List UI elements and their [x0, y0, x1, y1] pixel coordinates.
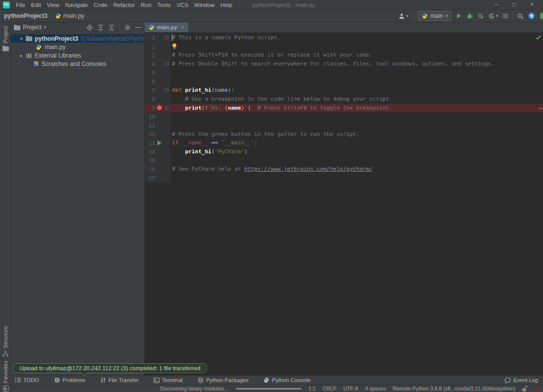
code-text[interactable]	[170, 156, 172, 165]
code-with-me-button[interactable]: ▾	[398, 13, 408, 19]
update-available-icon[interactable]	[528, 12, 535, 19]
gutter[interactable]: 2	[145, 42, 170, 51]
gutter[interactable]: 13	[145, 138, 170, 147]
code-line-1[interactable]: 1# This is a sample Python script.	[145, 33, 543, 42]
code-line-16[interactable]: 16# See PyCharm help at https://www.jetb…	[145, 165, 543, 174]
menu-run[interactable]: Run	[138, 0, 154, 10]
gutter[interactable]: 17	[145, 174, 170, 183]
code-line-12[interactable]: 12# Press the green button in the gutter…	[145, 130, 543, 139]
fold-marker-icon[interactable]	[163, 62, 169, 65]
code-text[interactable]: if __name__ == '__main__':	[170, 138, 257, 147]
line-number[interactable]: 5	[145, 70, 155, 76]
code-line-3[interactable]: 3# Press Shift+F10 to execute it or repl…	[145, 51, 543, 60]
line-number[interactable]: 7	[145, 87, 155, 93]
code-text[interactable]: # Press Double Shift to search everywher…	[170, 60, 494, 68]
hide-panel-button[interactable]: —	[135, 24, 141, 31]
gutter[interactable]: 10	[145, 112, 170, 121]
code-line-17[interactable]: 17	[145, 174, 543, 183]
gutter[interactable]: 5	[145, 68, 170, 77]
gutter[interactable]: 4	[145, 60, 170, 68]
chevron-right-icon[interactable]: ▸	[18, 53, 25, 58]
code-text[interactable]	[170, 112, 172, 121]
error-stripe-mark[interactable]	[539, 108, 543, 109]
code-line-5[interactable]: 5	[145, 68, 543, 77]
code-text[interactable]: # This is a sample Python script.	[170, 33, 281, 42]
inspections-ok-check-icon[interactable]	[536, 35, 542, 40]
tool-window-button-event-log[interactable]: Event Log	[505, 377, 538, 383]
breakpoint-icon[interactable]	[155, 105, 163, 110]
fold-marker-icon[interactable]	[163, 88, 169, 92]
fold-marker-icon[interactable]	[163, 36, 169, 39]
line-number[interactable]: 12	[145, 131, 155, 137]
menu-window[interactable]: Window	[191, 0, 218, 10]
menu-vcs[interactable]: VCS	[173, 0, 191, 10]
close-button[interactable]: ×	[523, 0, 541, 10]
project-view-select[interactable]: Project	[23, 24, 41, 31]
menu-tools[interactable]: Tools	[155, 0, 174, 10]
file-encoding[interactable]: UTF-8	[343, 386, 358, 392]
profiler-button[interactable]	[477, 13, 484, 19]
run-button[interactable]	[456, 13, 462, 19]
gutter[interactable]: 16	[145, 165, 170, 174]
line-number[interactable]: 16	[145, 166, 155, 172]
fold-marker-icon[interactable]	[163, 106, 169, 110]
chevron-down-icon[interactable]: ▾	[18, 36, 25, 41]
tree-item-pythonproject3[interactable]: ▾pythonProject3C:\Users\ufyilmaz\Pycharm…	[11, 34, 144, 43]
lock-icon[interactable]	[522, 386, 528, 392]
line-number[interactable]: 17	[145, 175, 155, 181]
tool-window-button-favorites[interactable]: Favorites ★	[0, 361, 11, 392]
code-text[interactable]: # Press the green button in the gutter t…	[170, 130, 360, 139]
code-text[interactable]	[170, 77, 172, 86]
inspection-profile-icon[interactable]	[535, 386, 540, 391]
collapse-all-button[interactable]	[108, 24, 115, 31]
code-line-13[interactable]: 13if __name__ == '__main__':	[145, 138, 543, 147]
gutter[interactable]: 14	[145, 147, 170, 156]
gutter[interactable]: 8	[145, 95, 170, 104]
breadcrumb-project[interactable]: pythonProject3	[4, 12, 47, 19]
gutter[interactable]: 7	[145, 86, 170, 95]
gutter[interactable]: 6	[145, 77, 170, 86]
code-text[interactable]	[170, 42, 177, 51]
line-number[interactable]: 1	[145, 35, 155, 41]
code-line-6[interactable]: 6	[145, 77, 543, 86]
tool-window-button-python-packages[interactable]: Python Packages	[198, 377, 249, 383]
menu-view[interactable]: View	[44, 0, 62, 10]
code-text[interactable]	[170, 121, 172, 130]
tool-window-button-terminal[interactable]: Terminal	[154, 377, 183, 383]
hyperlink[interactable]: https://www.jetbrains.com/help/pycharm/	[244, 166, 373, 172]
settings-gear-icon[interactable]	[124, 24, 131, 31]
gutter[interactable]: 3	[145, 51, 170, 60]
gutter[interactable]: 9	[145, 104, 170, 113]
expand-all-button[interactable]	[97, 24, 104, 31]
code-text[interactable]	[170, 174, 172, 183]
tool-window-button-python-console[interactable]: Python Console	[263, 377, 310, 383]
tool-window-button-todo[interactable]: TODO	[15, 377, 39, 383]
code-text[interactable]: # Use a breakpoint in the code line belo…	[170, 95, 392, 104]
line-number[interactable]: 9	[145, 105, 155, 111]
run-with-coverage-button[interactable]: ▾	[488, 13, 498, 19]
code-line-7[interactable]: 7def print_hi(name):	[145, 86, 543, 95]
code-line-15[interactable]: 15	[145, 156, 543, 165]
minimize-button[interactable]: –	[487, 0, 505, 10]
code-line-8[interactable]: 8 # Use a breakpoint in the code line be…	[145, 95, 543, 104]
code-line-11[interactable]: 11	[145, 121, 543, 130]
line-separator[interactable]: CRLF	[322, 386, 336, 392]
tree-item-external-libraries[interactable]: ▸External Libraries	[11, 51, 144, 60]
line-number[interactable]: 14	[145, 149, 155, 155]
tree-item-scratches-and-consoles[interactable]: Scratches and Consoles	[11, 60, 144, 68]
code-text[interactable]: # See PyCharm help at https://www.jetbra…	[170, 165, 373, 174]
code-line-14[interactable]: 14 print_hi('PyCharm')	[145, 147, 543, 156]
code-line-2[interactable]: 2	[145, 42, 543, 51]
tree-item-main-py[interactable]: main.py	[11, 43, 144, 51]
line-number[interactable]: 2	[145, 44, 155, 50]
code-text[interactable]: print(f'Hi, {name}') # Press Ctrl+F8 to …	[170, 104, 392, 113]
code-line-9[interactable]: 9 print(f'Hi, {name}') # Press Ctrl+F8 t…	[145, 104, 543, 113]
menu-refactor[interactable]: Refactor	[110, 0, 138, 10]
debug-button[interactable]	[466, 13, 473, 19]
line-number[interactable]: 10	[145, 114, 155, 120]
tab-main-py[interactable]: main.py ×	[145, 22, 188, 32]
maximize-button[interactable]: □	[505, 0, 523, 10]
code-line-4[interactable]: 4# Press Double Shift to search everywhe…	[145, 60, 543, 68]
search-everywhere-button[interactable]	[517, 13, 524, 19]
breadcrumb-file[interactable]: main.py	[55, 12, 84, 19]
